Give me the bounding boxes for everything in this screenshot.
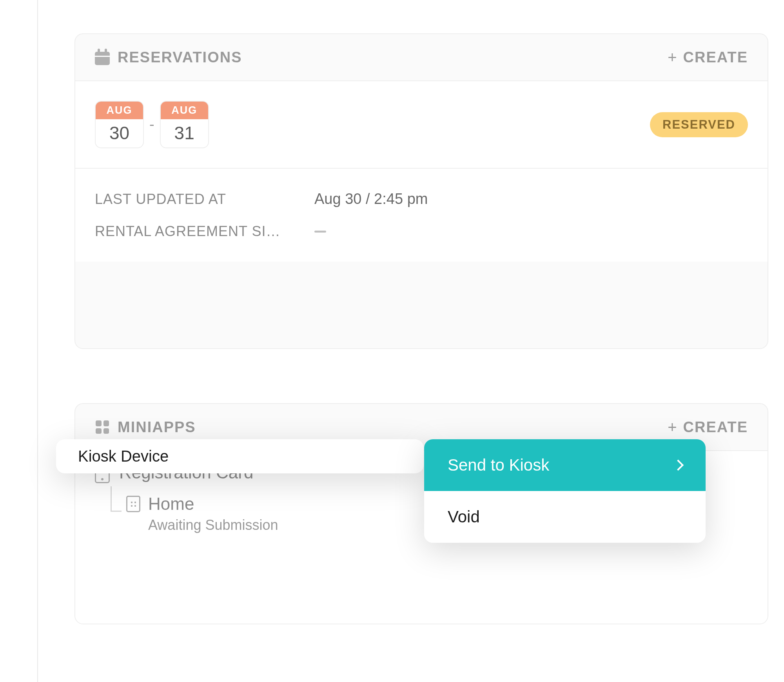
create-label: CREATE	[683, 419, 748, 436]
last-updated-label: LAST UPDATED AT	[95, 191, 314, 207]
date-chip-start: AUG 30	[95, 101, 144, 148]
plus-icon: +	[668, 419, 677, 435]
reservations-header-left: RESERVATIONS	[95, 49, 242, 66]
menu-item-label: Send to Kiosk	[448, 456, 549, 475]
miniapps-title: MINIAPPS	[118, 419, 196, 436]
plus-icon: +	[668, 49, 677, 65]
date-range: AUG 30 - AUG 31	[95, 101, 209, 148]
sidebar-divider	[37, 0, 38, 682]
menu-item-send-to-kiosk[interactable]: Send to Kiosk	[424, 439, 706, 491]
reservations-title: RESERVATIONS	[118, 49, 242, 66]
apps-grid-icon	[95, 420, 110, 435]
empty-value-dash	[314, 231, 326, 233]
status-badge-reserved: RESERVED	[650, 112, 748, 137]
menu-item-void[interactable]: Void	[424, 491, 706, 543]
kiosk-device-popup: Kiosk Device	[56, 439, 424, 473]
miniapp-child-title: Home	[148, 494, 194, 514]
reservation-details: LAST UPDATED AT Aug 30 / 2:45 pm RENTAL …	[75, 169, 768, 262]
detail-row-last-updated: LAST UPDATED AT Aug 30 / 2:45 pm	[95, 183, 748, 215]
miniapps-create-button[interactable]: + CREATE	[668, 419, 748, 436]
reservations-panel: RESERVATIONS + CREATE AUG 30 - AUG 31 RE…	[74, 33, 768, 349]
reservations-header: RESERVATIONS + CREATE	[75, 34, 768, 81]
date-dash: -	[149, 116, 154, 133]
calendar-icon	[95, 50, 110, 65]
kiosk-device-label: Kiosk Device	[78, 447, 169, 465]
date-start-day: 30	[96, 119, 143, 147]
chevron-right-icon	[673, 460, 684, 471]
date-start-month: AUG	[96, 102, 143, 119]
date-end-day: 31	[161, 119, 208, 147]
date-chip-end: AUG 31	[160, 101, 209, 148]
rental-agreement-label: RENTAL AGREEMENT SI…	[95, 223, 314, 240]
building-icon	[126, 496, 140, 512]
reservation-row[interactable]: AUG 30 - AUG 31 RESERVED	[75, 81, 768, 169]
menu-item-label: Void	[448, 507, 480, 526]
miniapps-header-left: MINIAPPS	[95, 419, 196, 436]
detail-row-rental-agreement: RENTAL AGREEMENT SI…	[95, 215, 748, 247]
reservations-create-button[interactable]: + CREATE	[668, 49, 748, 66]
context-menu: Send to Kiosk Void	[424, 439, 706, 543]
last-updated-value: Aug 30 / 2:45 pm	[314, 191, 428, 207]
create-label: CREATE	[683, 49, 748, 66]
date-end-month: AUG	[161, 102, 208, 119]
tree-connector	[111, 486, 112, 512]
